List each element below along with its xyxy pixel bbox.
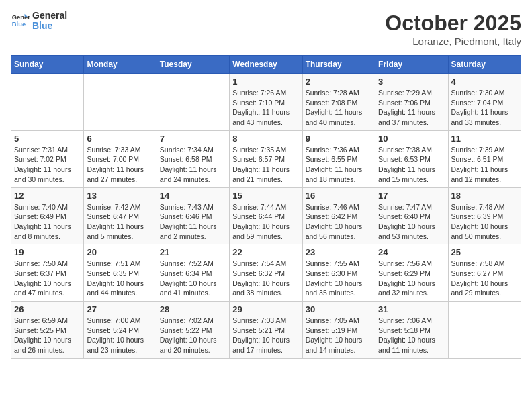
calendar-cell: 11Sunrise: 7:39 AMSunset: 6:51 PMDayligh… bbox=[448, 130, 521, 187]
day-number: 15 bbox=[232, 191, 299, 201]
day-number: 20 bbox=[87, 247, 153, 257]
svg-text:Blue: Blue bbox=[12, 21, 26, 28]
logo: General Blue General Blue bbox=[11, 11, 67, 32]
day-number: 12 bbox=[14, 191, 81, 201]
day-info: Sunrise: 7:52 AMSunset: 6:34 PMDaylight:… bbox=[160, 259, 226, 298]
calendar-cell: 2Sunrise: 7:28 AMSunset: 7:08 PMDaylight… bbox=[302, 74, 375, 131]
calendar-body: 1Sunrise: 7:26 AMSunset: 7:10 PMDaylight… bbox=[11, 74, 521, 359]
svg-text:General: General bbox=[12, 15, 30, 21]
page-header: General Blue General Blue October 2025 L… bbox=[11, 11, 521, 47]
day-number: 22 bbox=[232, 247, 299, 257]
calendar-cell: 28Sunrise: 7:02 AMSunset: 5:22 PMDayligh… bbox=[157, 302, 229, 359]
calendar-cell: 27Sunrise: 7:00 AMSunset: 5:24 PMDayligh… bbox=[84, 302, 157, 359]
calendar-cell: 22Sunrise: 7:54 AMSunset: 6:32 PMDayligh… bbox=[230, 244, 302, 302]
day-info: Sunrise: 7:00 AMSunset: 5:24 PMDaylight:… bbox=[87, 316, 153, 355]
header-day-tuesday: Tuesday bbox=[157, 56, 229, 74]
calendar-week-2: 5Sunrise: 7:31 AMSunset: 7:02 PMDaylight… bbox=[11, 130, 521, 187]
day-info: Sunrise: 7:36 AMSunset: 6:55 PMDaylight:… bbox=[306, 145, 372, 185]
calendar-cell: 23Sunrise: 7:55 AMSunset: 6:30 PMDayligh… bbox=[302, 244, 375, 302]
day-number: 26 bbox=[14, 304, 81, 314]
day-info: Sunrise: 7:50 AMSunset: 6:37 PMDaylight:… bbox=[14, 259, 81, 298]
calendar-cell: 3Sunrise: 7:29 AMSunset: 7:06 PMDaylight… bbox=[375, 74, 448, 131]
day-number: 11 bbox=[451, 134, 518, 144]
logo-text-line2: Blue bbox=[32, 21, 67, 31]
day-number: 6 bbox=[87, 134, 153, 144]
day-number: 1 bbox=[232, 77, 299, 87]
location-subtitle: Loranze, Piedmont, Italy bbox=[385, 36, 521, 47]
calendar-cell: 16Sunrise: 7:46 AMSunset: 6:42 PMDayligh… bbox=[302, 187, 375, 244]
day-number: 8 bbox=[232, 134, 299, 144]
day-info: Sunrise: 7:06 AMSunset: 5:18 PMDaylight:… bbox=[378, 316, 445, 355]
day-info: Sunrise: 7:54 AMSunset: 6:32 PMDaylight:… bbox=[232, 259, 299, 298]
day-info: Sunrise: 7:46 AMSunset: 6:42 PMDaylight:… bbox=[306, 202, 372, 242]
calendar-cell: 13Sunrise: 7:42 AMSunset: 6:47 PMDayligh… bbox=[84, 187, 157, 244]
calendar-cell: 21Sunrise: 7:52 AMSunset: 6:34 PMDayligh… bbox=[157, 244, 229, 302]
calendar-cell bbox=[157, 74, 229, 131]
day-info: Sunrise: 7:35 AMSunset: 6:57 PMDaylight:… bbox=[232, 145, 299, 185]
calendar-week-4: 19Sunrise: 7:50 AMSunset: 6:37 PMDayligh… bbox=[11, 244, 521, 302]
day-number: 18 bbox=[451, 191, 518, 201]
day-info: Sunrise: 6:59 AMSunset: 5:25 PMDaylight:… bbox=[14, 316, 81, 355]
day-number: 17 bbox=[378, 191, 445, 201]
calendar-cell: 12Sunrise: 7:40 AMSunset: 6:49 PMDayligh… bbox=[11, 187, 84, 244]
day-number: 23 bbox=[306, 247, 372, 257]
logo-text-line1: General bbox=[32, 11, 67, 21]
day-info: Sunrise: 7:48 AMSunset: 6:39 PMDaylight:… bbox=[451, 202, 518, 242]
day-info: Sunrise: 7:33 AMSunset: 7:00 PMDaylight:… bbox=[87, 145, 153, 185]
day-info: Sunrise: 7:38 AMSunset: 6:53 PMDaylight:… bbox=[378, 145, 445, 185]
calendar-cell: 25Sunrise: 7:58 AMSunset: 6:27 PMDayligh… bbox=[448, 244, 521, 302]
logo-icon: General Blue bbox=[11, 11, 30, 30]
day-info: Sunrise: 7:43 AMSunset: 6:46 PMDaylight:… bbox=[160, 202, 226, 242]
calendar-cell: 9Sunrise: 7:36 AMSunset: 6:55 PMDaylight… bbox=[302, 130, 375, 187]
title-block: October 2025 Loranze, Piedmont, Italy bbox=[385, 11, 521, 47]
day-number: 27 bbox=[87, 304, 153, 314]
calendar-cell bbox=[448, 302, 521, 359]
day-info: Sunrise: 7:26 AMSunset: 7:10 PMDaylight:… bbox=[232, 88, 299, 128]
calendar-cell: 17Sunrise: 7:47 AMSunset: 6:40 PMDayligh… bbox=[375, 187, 448, 244]
day-info: Sunrise: 7:58 AMSunset: 6:27 PMDaylight:… bbox=[451, 259, 518, 298]
calendar-cell: 5Sunrise: 7:31 AMSunset: 7:02 PMDaylight… bbox=[11, 130, 84, 187]
calendar-week-1: 1Sunrise: 7:26 AMSunset: 7:10 PMDaylight… bbox=[11, 74, 521, 131]
day-info: Sunrise: 7:44 AMSunset: 6:44 PMDaylight:… bbox=[232, 202, 299, 242]
calendar-cell: 14Sunrise: 7:43 AMSunset: 6:46 PMDayligh… bbox=[157, 187, 229, 244]
day-number: 19 bbox=[14, 247, 81, 257]
header-day-sunday: Sunday bbox=[11, 56, 84, 74]
calendar-cell bbox=[84, 74, 157, 131]
calendar-cell: 31Sunrise: 7:06 AMSunset: 5:18 PMDayligh… bbox=[375, 302, 448, 359]
calendar-cell: 26Sunrise: 6:59 AMSunset: 5:25 PMDayligh… bbox=[11, 302, 84, 359]
calendar-week-3: 12Sunrise: 7:40 AMSunset: 6:49 PMDayligh… bbox=[11, 187, 521, 244]
calendar-table: SundayMondayTuesdayWednesdayThursdayFrid… bbox=[11, 55, 521, 359]
header-day-saturday: Saturday bbox=[448, 56, 521, 74]
day-number: 10 bbox=[378, 134, 445, 144]
calendar-cell: 10Sunrise: 7:38 AMSunset: 6:53 PMDayligh… bbox=[375, 130, 448, 187]
day-number: 30 bbox=[306, 304, 372, 314]
header-day-thursday: Thursday bbox=[302, 56, 375, 74]
header-row: SundayMondayTuesdayWednesdayThursdayFrid… bbox=[11, 56, 521, 74]
day-info: Sunrise: 7:42 AMSunset: 6:47 PMDaylight:… bbox=[87, 202, 153, 242]
day-info: Sunrise: 7:40 AMSunset: 6:49 PMDaylight:… bbox=[14, 202, 81, 242]
day-info: Sunrise: 7:34 AMSunset: 6:58 PMDaylight:… bbox=[160, 145, 226, 185]
day-info: Sunrise: 7:29 AMSunset: 7:06 PMDaylight:… bbox=[378, 88, 445, 128]
calendar-cell: 29Sunrise: 7:03 AMSunset: 5:21 PMDayligh… bbox=[230, 302, 302, 359]
calendar-cell: 15Sunrise: 7:44 AMSunset: 6:44 PMDayligh… bbox=[230, 187, 302, 244]
day-number: 16 bbox=[306, 191, 372, 201]
header-day-wednesday: Wednesday bbox=[230, 56, 302, 74]
day-number: 29 bbox=[232, 304, 299, 314]
calendar-cell: 18Sunrise: 7:48 AMSunset: 6:39 PMDayligh… bbox=[448, 187, 521, 244]
day-number: 5 bbox=[14, 134, 81, 144]
day-number: 9 bbox=[306, 134, 372, 144]
month-title: October 2025 bbox=[385, 11, 521, 36]
calendar-week-5: 26Sunrise: 6:59 AMSunset: 5:25 PMDayligh… bbox=[11, 302, 521, 359]
day-number: 13 bbox=[87, 191, 153, 201]
day-info: Sunrise: 7:56 AMSunset: 6:29 PMDaylight:… bbox=[378, 259, 445, 298]
day-info: Sunrise: 7:05 AMSunset: 5:19 PMDaylight:… bbox=[306, 316, 372, 355]
calendar-cell: 19Sunrise: 7:50 AMSunset: 6:37 PMDayligh… bbox=[11, 244, 84, 302]
day-number: 21 bbox=[160, 247, 226, 257]
day-info: Sunrise: 7:03 AMSunset: 5:21 PMDaylight:… bbox=[232, 316, 299, 355]
day-info: Sunrise: 7:31 AMSunset: 7:02 PMDaylight:… bbox=[14, 145, 81, 185]
calendar-cell: 24Sunrise: 7:56 AMSunset: 6:29 PMDayligh… bbox=[375, 244, 448, 302]
day-info: Sunrise: 7:47 AMSunset: 6:40 PMDaylight:… bbox=[378, 202, 445, 242]
day-number: 4 bbox=[451, 77, 518, 87]
day-info: Sunrise: 7:30 AMSunset: 7:04 PMDaylight:… bbox=[451, 88, 518, 128]
day-number: 7 bbox=[160, 134, 226, 144]
